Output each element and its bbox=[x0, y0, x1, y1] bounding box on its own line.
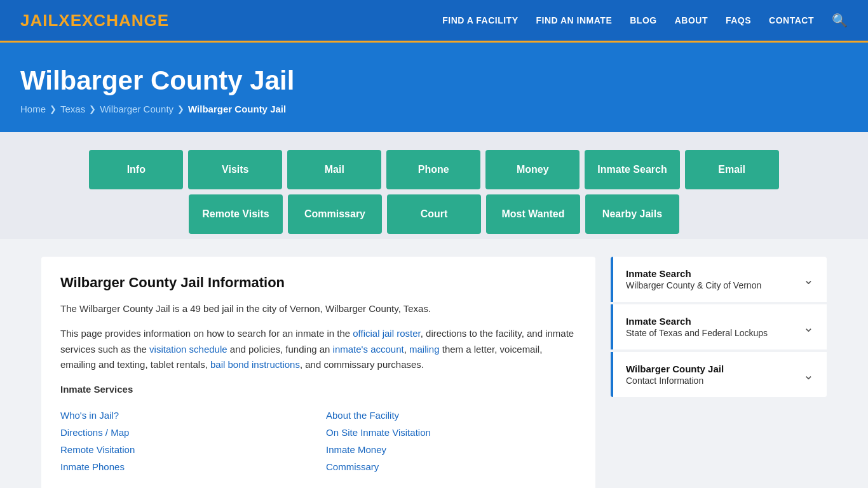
service-remote-visitation[interactable]: Remote Visitation bbox=[60, 444, 135, 455]
tab-commissary[interactable]: Commissary bbox=[288, 194, 382, 234]
services-heading: Inmate Services bbox=[60, 382, 576, 398]
tab-most-wanted[interactable]: Most Wanted bbox=[486, 194, 580, 234]
nav-faqs[interactable]: FAQs bbox=[726, 15, 751, 25]
link-official-jail-roster[interactable]: official jail roster bbox=[353, 328, 420, 339]
tab-nearby-jails[interactable]: Nearby Jails bbox=[585, 194, 679, 234]
left-panel: Wilbarger County Jail Information The Wi… bbox=[41, 257, 595, 488]
sidebar-card-2-subtitle: Contact Information bbox=[626, 376, 724, 386]
info-section-title: Wilbarger County Jail Information bbox=[60, 274, 576, 291]
services-grid: Who's in Jail? Directions / Map Remote V… bbox=[60, 407, 576, 475]
sidebar-card-0-subtitle: Wilbarger County & City of Vernon bbox=[626, 280, 761, 290]
breadcrumb: Home ❯ Texas ❯ Wilbarger County ❯ Wilbar… bbox=[20, 104, 848, 114]
tab-email[interactable]: Email bbox=[685, 150, 779, 189]
breadcrumb-sep-3: ❯ bbox=[177, 104, 184, 114]
breadcrumb-texas[interactable]: Texas bbox=[60, 104, 85, 114]
link-inmates-account[interactable]: inmate's account bbox=[333, 344, 404, 355]
service-about-facility[interactable]: About the Facility bbox=[326, 410, 399, 421]
sidebar-card-1[interactable]: Inmate Search State of Texas and Federal… bbox=[611, 304, 827, 349]
breadcrumb-home[interactable]: Home bbox=[20, 104, 46, 114]
breadcrumb-sep-2: ❯ bbox=[89, 104, 96, 114]
service-on-site-visitation[interactable]: On Site Inmate Visitation bbox=[326, 427, 431, 438]
tab-mail[interactable]: Mail bbox=[287, 150, 381, 189]
tab-info[interactable]: Info bbox=[89, 150, 183, 189]
link-mailing[interactable]: mailing bbox=[409, 344, 440, 355]
tabs-section: Info Visits Mail Phone Money Inmate Sear… bbox=[0, 132, 868, 239]
main-nav: FIND A FACILITY FIND AN INMATE BLOG ABOU… bbox=[442, 13, 848, 28]
main-content: Wilbarger County Jail Information The Wi… bbox=[21, 239, 847, 488]
service-commissary[interactable]: Commissary bbox=[326, 461, 379, 472]
logo[interactable]: JAILXEXCHANGE bbox=[20, 11, 169, 30]
breadcrumb-current: Wilbarger County Jail bbox=[188, 104, 286, 114]
service-directions-map[interactable]: Directions / Map bbox=[60, 427, 129, 438]
tab-court[interactable]: Court bbox=[387, 194, 481, 234]
logo-x: X bbox=[58, 11, 70, 30]
nav-about[interactable]: ABOUT bbox=[675, 15, 708, 25]
info-paragraph-2: This page provides information on how to… bbox=[60, 326, 576, 373]
tabs-row-1: Info Visits Mail Phone Money Inmate Sear… bbox=[89, 150, 778, 189]
link-bail-bond[interactable]: bail bond instructions bbox=[210, 359, 300, 370]
tab-visits[interactable]: Visits bbox=[188, 150, 282, 189]
sidebar-card-2[interactable]: Wilbarger County Jail Contact Informatio… bbox=[611, 352, 827, 397]
service-inmate-phones[interactable]: Inmate Phones bbox=[60, 461, 125, 472]
tab-money[interactable]: Money bbox=[485, 150, 580, 189]
service-inmate-money[interactable]: Inmate Money bbox=[326, 444, 386, 455]
nav-blog[interactable]: BLOG bbox=[630, 15, 656, 25]
sidebar-card-1-text: Inmate Search State of Texas and Federal… bbox=[626, 316, 768, 338]
right-panel: Inmate Search Wilbarger County & City of… bbox=[611, 257, 827, 488]
chevron-down-icon-1: ⌄ bbox=[803, 320, 814, 335]
sidebar-card-2-text: Wilbarger County Jail Contact Informatio… bbox=[626, 363, 724, 386]
sidebar-card-1-subtitle: State of Texas and Federal Lockups bbox=[626, 328, 768, 338]
sidebar-card-0-text: Inmate Search Wilbarger County & City of… bbox=[626, 268, 761, 290]
page-title: Wilbarger County Jail bbox=[20, 65, 848, 96]
services-left-col: Who's in Jail? Directions / Map Remote V… bbox=[60, 407, 311, 475]
service-whos-in-jail[interactable]: Who's in Jail? bbox=[60, 410, 119, 421]
nav-find-facility[interactable]: FIND A FACILITY bbox=[442, 15, 518, 25]
breadcrumb-wilbarger-county[interactable]: Wilbarger County bbox=[100, 104, 173, 114]
chevron-down-icon-0: ⌄ bbox=[803, 272, 814, 287]
hero-section: Wilbarger County Jail Home ❯ Texas ❯ Wil… bbox=[0, 43, 868, 132]
services-right-col: About the Facility On Site Inmate Visita… bbox=[326, 407, 576, 475]
logo-jail: JAIL bbox=[20, 11, 58, 30]
link-visitation-schedule[interactable]: visitation schedule bbox=[149, 344, 227, 355]
chevron-down-icon-2: ⌄ bbox=[803, 367, 814, 383]
breadcrumb-sep-1: ❯ bbox=[50, 104, 57, 114]
sidebar-card-0[interactable]: Inmate Search Wilbarger County & City of… bbox=[611, 257, 827, 302]
nav-find-inmate[interactable]: FIND AN INMATE bbox=[536, 15, 612, 25]
info-paragraph-1: The Wilbarger County Jail is a 49 bed ja… bbox=[60, 301, 576, 317]
tab-remote-visits[interactable]: Remote Visits bbox=[189, 194, 283, 234]
sidebar-card-1-title: Inmate Search bbox=[626, 316, 768, 327]
sidebar-card-2-title: Wilbarger County Jail bbox=[626, 363, 724, 374]
header: JAILXEXCHANGE FIND A FACILITY FIND AN IN… bbox=[0, 0, 868, 41]
tab-inmate-search[interactable]: Inmate Search bbox=[585, 150, 679, 189]
tabs-row-2: Remote Visits Commissary Court Most Want… bbox=[189, 194, 679, 234]
search-icon-button[interactable]: 🔍 bbox=[832, 13, 848, 28]
nav-contact[interactable]: CONTACT bbox=[769, 15, 814, 25]
logo-exchange: EXCHANGE bbox=[71, 11, 169, 30]
tab-phone[interactable]: Phone bbox=[386, 150, 480, 189]
sidebar-card-0-title: Inmate Search bbox=[626, 268, 761, 279]
